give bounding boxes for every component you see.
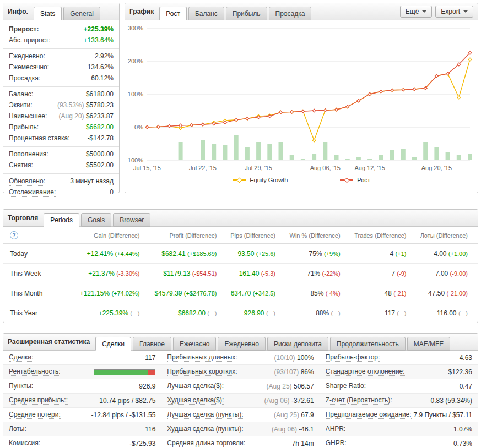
advanced-tab-сделки[interactable]: Сделки (95, 337, 131, 351)
period-cell: 88% ( - ) (285, 303, 350, 323)
chart-tab-баланс[interactable]: Баланс (188, 7, 224, 20)
stat-label: Прибыльных коротких: (167, 368, 237, 376)
stat-label: AHPR: (326, 425, 346, 433)
trading-tab-goals[interactable]: Goals (81, 213, 111, 227)
info-row: Баланс:$6180.00 (9, 89, 114, 100)
cell-value: +121.15% (80, 289, 112, 297)
stat-value-main: -12.84 pips / -$131.55 (91, 411, 156, 419)
info-row: Просадка:60.12% (9, 73, 114, 84)
legend-marker (233, 179, 246, 181)
stat-label: Пункты: (9, 382, 33, 390)
legend-item-рост[interactable]: Рост (340, 177, 370, 183)
column-header-gain: Gain (Difference) (75, 227, 149, 244)
stat-label: Предполагаемое ожидание: (326, 411, 412, 419)
stat-value: (93/107) 86% (274, 368, 314, 376)
cell-value: 634.70 (231, 289, 253, 297)
stat-label: Средняя прибыль:: (9, 396, 68, 405)
profitability-loss-segment (148, 370, 155, 375)
info-label: Прибыль: (9, 123, 39, 132)
period-cell: $682.41 (+$185.69) (149, 244, 226, 264)
info-row: Обновлено:3 минут назад (9, 176, 114, 187)
info-row: Ежемесячно:134.62% (9, 62, 114, 73)
period-cell: 4.00 (+1.00) (416, 244, 478, 264)
advanced-tab-ежедневно[interactable]: Ежедневно (218, 337, 265, 351)
info-value-prefix: (Aug 20) (59, 112, 86, 120)
info-value-main: $6233.87 (86, 112, 114, 120)
legend-marker-diamond (344, 177, 350, 183)
stat-row-лучшая-сделка-пункты: Лучшая сделка (пункты):(Aug 25) 67.9 (161, 408, 319, 422)
period-cell: 7 (-9) (350, 264, 417, 283)
info-value-main: $5780.23 (86, 101, 114, 109)
stat-value-main: 7h 14m (292, 440, 314, 447)
info-panel-title: Инфо. (8, 8, 28, 15)
info-tab-general[interactable]: General (63, 7, 100, 20)
stat-row-прибыльных-коротких: Прибыльных коротких:(93/107) 86% (161, 365, 319, 379)
stat-row-сделки: Сделки:117 (3, 351, 161, 365)
chart-tab-рост[interactable]: Рост (159, 7, 187, 20)
cell-difference: ( - ) (458, 310, 468, 316)
info-value-main: 2.92% (95, 52, 114, 60)
info-tab-stats[interactable]: Stats (34, 7, 62, 20)
stat-value: 926.9 (139, 383, 155, 390)
chart-panel-header: График РостБалансПрибыльПросадка Ещё Exp… (125, 3, 478, 20)
legend-item-equity-growth[interactable]: Equity Growth (233, 177, 288, 183)
cell-difference: ( - ) (266, 310, 275, 316)
stat-row-sharpe-ratio: Sharpe Ratio:0.47 (320, 379, 478, 394)
info-label: Снятия: (9, 161, 33, 170)
stat-value: (Aug 06) -46.1 (272, 425, 314, 433)
chevron-down-icon (422, 10, 426, 13)
stat-row-ghpr: GHPR:0.73% (320, 436, 478, 448)
help-icon[interactable]: ? (10, 231, 18, 239)
chart-tab-просадка[interactable]: Просадка (269, 7, 312, 20)
advanced-tab-ежечасно[interactable]: Ежечасно (173, 337, 217, 351)
advanced-tab-mae-mfe[interactable]: MAE/MFE (407, 337, 451, 351)
stats-column-best-worst: Прибыльных длинных:(10/10) 100%Прибыльны… (161, 351, 319, 448)
advanced-tab-главное[interactable]: Главное (133, 337, 171, 351)
trading-tab-browser[interactable]: Browser (113, 213, 150, 227)
info-value-main: $5502.00 (86, 161, 114, 169)
info-label: Отслеживание: (9, 188, 56, 197)
cell-difference: ( - ) (397, 310, 406, 316)
trading-panel: Торговля PeriodsGoalsBrowser ?Gain (Diff… (3, 209, 478, 323)
stat-label: Стандартное отклонение: (326, 368, 405, 376)
trading-tabs: PeriodsGoalsBrowser (44, 213, 150, 227)
export-dropdown-button[interactable]: Export (435, 6, 473, 18)
info-value-main: $5000.00 (86, 150, 114, 158)
cell-difference: ( - ) (331, 310, 341, 316)
more-dropdown-button[interactable]: Ещё (400, 6, 433, 18)
chart-tab-прибыль[interactable]: Прибыль (226, 7, 267, 20)
advanced-tab-риски-депозита[interactable]: Риски депозита (267, 337, 328, 351)
advanced-tab-продолжительность[interactable]: Продолжительность (330, 337, 406, 351)
cell-value: +21.37% (88, 270, 116, 277)
info-row: Эквити:(93.53%) $5780.23 (9, 100, 114, 111)
stat-row-стандартное-отклонение: Стандартное отклонение:$122.36 (320, 365, 478, 379)
cell-value: 75% (309, 250, 324, 258)
info-label: Наивысшее: (9, 112, 47, 121)
chart-x-axis-labels: Jul 15, '15Jul 22, '15Jul 29, '15Aug 06,… (133, 165, 452, 171)
stat-value: 117 (145, 354, 155, 362)
cell-difference: (+1) (396, 250, 407, 257)
info-value: (93.53%) $5780.23 (57, 101, 114, 110)
period-cell: 116.00 ( - ) (416, 303, 478, 323)
legend-label: Рост (357, 177, 370, 183)
info-value-main: 60.12% (91, 74, 114, 82)
info-value-main: 134.62% (88, 63, 114, 71)
stat-value: 10.74 pips / $82.75 (99, 397, 155, 405)
cell-difference: (-3.30%) (116, 270, 139, 277)
trading-tab-periods[interactable]: Periods (44, 213, 79, 227)
stat-value-main: -372.61 (291, 397, 314, 405)
stat-label: Z-счет (Вероятность): (326, 396, 392, 405)
stat-value-prefix: (Aug 25) (274, 411, 301, 419)
cell-value: 71% (307, 270, 322, 277)
stat-value: 0.83 (59.34%) (431, 397, 472, 405)
column-header-лоты: Лоты (Difference) (416, 227, 478, 244)
cell-difference: (-9) (397, 270, 406, 277)
info-value: +133.64% (84, 36, 114, 45)
stat-value-main: 100% (297, 354, 314, 362)
info-value: (Aug 20) $6233.87 (59, 112, 114, 121)
info-value: $6180.00 (86, 90, 114, 99)
cell-difference: (+$2476.78) (184, 290, 217, 297)
period-row-this-year: This Year+225.39% ( - )$6682.00 ( - )926… (3, 303, 478, 323)
info-value: $6682.00 (86, 123, 114, 132)
period-row-this-month: This Month+121.15% (+74.02%)$4579.39 (+$… (3, 283, 478, 303)
